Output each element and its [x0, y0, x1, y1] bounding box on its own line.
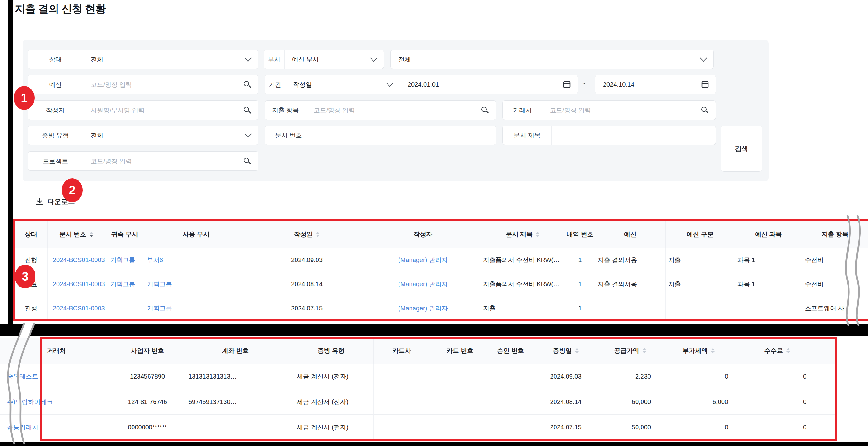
author-input[interactable]: 사원명/부서명 입력	[83, 106, 243, 115]
search-icon[interactable]	[701, 106, 709, 114]
table2-cell-r0-c2: 131313131313…	[182, 364, 289, 389]
column-label: 카드 번호	[446, 347, 473, 355]
table1-header-5: 작성자	[366, 221, 480, 248]
table1-header-1[interactable]: 문서 번호	[48, 221, 105, 248]
table1-cell-r0-c2[interactable]: 기획그룹	[105, 248, 145, 272]
sort-icon[interactable]	[90, 232, 93, 237]
table2-header-2: 계좌 번호	[182, 338, 289, 364]
table1-cell-r0-c9: 지출	[666, 248, 735, 272]
evidence-type-select[interactable]: 증빙 유형 전체	[28, 126, 258, 145]
expense-table-payment: 거래처사업자 번호계좌 번호증빙 유형카드사카드 번호승인 번호증빙일공급가액부…	[0, 338, 837, 440]
search-icon[interactable]	[481, 106, 489, 114]
expense-table-main: 상태문서 번호귀속 부서사용 부서작성일작성자문서 제목내역 번호예산예산 구분…	[15, 221, 868, 321]
table2-cell-r0-c3: 세금 계산서 (전자)	[289, 364, 374, 389]
table1-cell-r0-c3[interactable]: 부서6	[145, 248, 248, 272]
table2-cell-r0-c0[interactable]: 중복테스트	[0, 364, 113, 389]
table1-header-7: 내역 번호	[565, 221, 595, 248]
budget-input[interactable]: 코드/명칭 입력	[83, 81, 243, 89]
table2-header-7[interactable]: 증빙일	[531, 338, 600, 364]
vendor-input[interactable]: 코드/명칭 입력	[542, 106, 701, 115]
table2-cell-r2-c0[interactable]: 공통거래처	[0, 415, 113, 440]
search-icon[interactable]	[243, 106, 251, 114]
table1-cell-r1-c5[interactable]: (Manager) 관리자	[366, 272, 480, 296]
table2-header-5: 카드 번호	[430, 338, 490, 364]
doc-number-input-field[interactable]: 문서 번호	[265, 126, 496, 145]
sort-icon[interactable]	[536, 232, 539, 237]
search-button[interactable]: 검색	[721, 126, 762, 172]
search-icon[interactable]	[243, 81, 251, 89]
chevron-down-icon	[245, 55, 252, 62]
table2-header-3: 증빙 유형	[289, 338, 374, 364]
chevron-down-icon	[245, 131, 252, 138]
vendor-search-field[interactable]: 거래처 코드/명칭 입력	[502, 100, 716, 120]
column-label: 공급가액	[614, 347, 640, 355]
table1-cell-r2-c9	[666, 296, 735, 321]
table1-header-10: 예산 과목	[735, 221, 802, 248]
table1-header-4[interactable]: 작성일	[248, 221, 366, 248]
table1-cell-r2-c8	[595, 296, 666, 321]
table1-cell-r0-c4: 2024.09.03	[248, 248, 366, 272]
expense-item-search-field[interactable]: 지출 항목 코드/명칭 입력	[265, 100, 496, 120]
department-label: 부서	[264, 50, 284, 69]
period-date-to-field[interactable]: 2024.10.14	[595, 75, 716, 94]
sort-icon[interactable]	[643, 348, 646, 353]
table2-header-10[interactable]: 수수료	[737, 338, 817, 364]
search-icon[interactable]	[243, 157, 251, 165]
table2-cell-r1-c8: 60,000	[600, 389, 660, 415]
table1-cell-r2-c6: 지출	[480, 296, 565, 321]
budget-search-field[interactable]: 예산 코드/명칭 입력	[28, 75, 258, 94]
column-label: 작성자	[413, 230, 432, 238]
department-scope-select[interactable]: 전체	[390, 50, 714, 69]
calendar-icon[interactable]	[701, 81, 709, 89]
period-filter[interactable]: 기간 작성일 2024.01.01	[265, 75, 578, 94]
table2-cell-r2-c3: 세금 계산서 (전자)	[289, 415, 374, 440]
table1-cell-r0-c5[interactable]: (Manager) 관리자	[366, 248, 480, 272]
sort-icon[interactable]	[786, 348, 790, 353]
table1-cell-r1-c8: 지출 결의서용	[595, 272, 666, 296]
table1-cell-r0-c6: 지출품의서 수선비 KRW(…	[480, 248, 565, 272]
department-select[interactable]: 부서 예산 부서	[264, 50, 384, 69]
project-search-field[interactable]: 프로젝트 코드/명칭 입력	[28, 151, 258, 171]
chevron-down-icon	[386, 80, 394, 87]
status-select[interactable]: 상태 전체	[28, 50, 258, 69]
column-label: 상태	[25, 230, 37, 238]
calendar-icon[interactable]	[563, 81, 570, 89]
table1-cell-r2-c3[interactable]: 기획그룹	[145, 296, 248, 321]
table1-cell-r0-c1[interactable]: 2024-BCS01-000341	[48, 248, 105, 272]
sort-icon[interactable]	[316, 232, 320, 237]
doc-number-label: 문서 번호	[265, 126, 312, 145]
table1-cell-r1-c3[interactable]: 기획그룹	[145, 272, 248, 296]
table2-header-9[interactable]: 부가세액	[660, 338, 737, 364]
column-label: 계좌 번호	[222, 347, 249, 355]
column-label: 예산 구분	[687, 230, 714, 238]
table1-cell-r1-c2[interactable]: 기획그룹	[105, 272, 145, 296]
period-date-to[interactable]: 2024.10.14	[595, 81, 701, 88]
table2-cell-r1-c4	[374, 389, 430, 415]
table2-header-0: 거래처	[0, 338, 113, 364]
table1-cell-r2-c7: 1	[565, 296, 595, 321]
table1-cell-r1-c1[interactable]: 2024-BCS01-000340	[48, 272, 105, 296]
table2-cell-r1-c11	[817, 389, 837, 415]
table2-cell-r0-c1: 1234567890	[113, 364, 182, 389]
table2-header-6: 승인 번호	[490, 338, 531, 364]
table2-header-8[interactable]: 공급가액	[600, 338, 660, 364]
expense-item-input[interactable]: 코드/명칭 입력	[306, 106, 481, 115]
table1-header-3: 사용 부서	[145, 221, 248, 248]
table1-cell-r2-c1[interactable]: 2024-BCS01-000339	[48, 296, 105, 321]
download-icon	[35, 198, 44, 206]
project-input[interactable]: 코드/명칭 입력	[83, 157, 243, 165]
table1-header-6[interactable]: 문서 제목	[480, 221, 565, 248]
table2-cell-r1-c0[interactable]: 주)드림하이테크	[0, 389, 113, 415]
column-label: 증빙 유형	[318, 347, 345, 355]
period-date-from[interactable]: 2024.01.01	[400, 81, 563, 88]
sort-icon[interactable]	[575, 348, 579, 353]
sort-icon[interactable]	[711, 348, 715, 353]
table1-cell-r1-c4: 2024.08.14	[248, 272, 366, 296]
table2-header-1: 사업자 번호	[113, 338, 182, 364]
period-type-value[interactable]: 작성일	[285, 81, 387, 89]
table2-header-4: 카드사	[374, 338, 430, 364]
doc-title-input-field[interactable]: 문서 제목	[502, 126, 716, 145]
author-search-field[interactable]: 작성자 사원명/부서명 입력	[28, 100, 258, 120]
table2-cell-r1-c3: 세금 계산서 (전자)	[289, 389, 374, 415]
table1-cell-r2-c5[interactable]: (Manager) 관리자	[366, 296, 480, 321]
